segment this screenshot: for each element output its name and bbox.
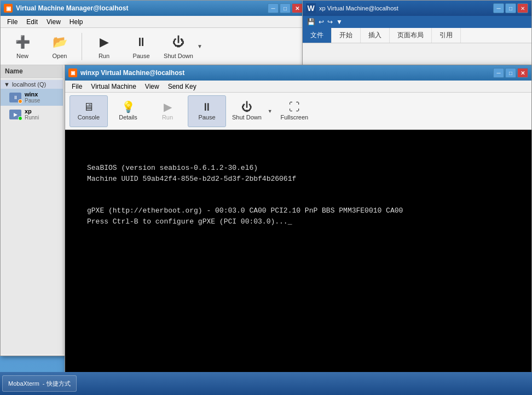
- vmm-run-icon: ▶: [95, 33, 113, 51]
- word-redo-quick-button[interactable]: ↪: [327, 18, 333, 26]
- console-shutdown-arrow-button[interactable]: ▼: [267, 95, 274, 127]
- console-maximize-button[interactable]: □: [505, 68, 516, 78]
- vmm-menu-help[interactable]: Help: [65, 17, 88, 27]
- vmm-menu-edit[interactable]: Edit: [22, 17, 42, 27]
- console-btn-fullscreen[interactable]: ⛶ Fullscreen: [275, 95, 314, 127]
- word-titlebar: W xp Virtual Machine@localhost ─ □ ✕: [303, 1, 531, 16]
- console-btn-run-label: Run: [162, 114, 173, 121]
- vmm-run-button[interactable]: ▶ Run: [86, 31, 122, 62]
- vmm-new-label: New: [16, 53, 28, 59]
- console-shutdown-button[interactable]: ⏻ Shut Down: [227, 95, 267, 127]
- word-tab-ref[interactable]: 引用: [432, 28, 461, 43]
- run-icon: ▶: [164, 101, 172, 112]
- word-close-button[interactable]: ✕: [517, 3, 528, 13]
- console-shutdown-group: ⏻ Shut Down ▼: [227, 95, 274, 127]
- taskbar-mobaterm-sublabel: - 快捷方式: [43, 380, 71, 388]
- vm-icon-winx: ⏸: [9, 93, 21, 102]
- word-logo-icon: W: [306, 3, 316, 13]
- vm-name-winx: winx: [25, 91, 40, 98]
- console-window-title: winxp Virtual Machine@localhost: [80, 69, 493, 77]
- console-btn-run: ▶ Run: [148, 95, 187, 127]
- vmm-vm-item-xp[interactable]: ▶ xp Runni: [1, 106, 63, 123]
- vmm-sidebar-header: Name: [1, 65, 63, 78]
- word-ribbon: 文件 开始 插入 页面布局 引用: [303, 28, 531, 43]
- vmm-shutdown-button[interactable]: ⏻ Shut Down: [161, 31, 196, 62]
- word-quick-access-bar: 💾 ↩ ↪ ▼: [303, 16, 531, 28]
- vmm-vm-item-winx[interactable]: ⏸ winx Pause: [1, 89, 63, 106]
- console-window-icon: ▣: [68, 68, 77, 77]
- vm-status-dot-winx: [18, 99, 22, 104]
- vmm-menubar: File Edit View Help: [1, 16, 306, 28]
- console-toolbar: 🖥 Console 💡 Details ▶ Run ⏸ Pause ⏻ Shut…: [65, 93, 531, 130]
- vmm-open-icon: 📂: [51, 33, 68, 51]
- console-btn-console[interactable]: 🖥 Console: [70, 95, 108, 127]
- console-menu-vm[interactable]: Virtual Machine: [86, 82, 141, 91]
- console-btn-console-label: Console: [78, 114, 100, 121]
- vm-status-winx: Pause: [25, 98, 40, 104]
- vmm-open-label: Open: [53, 53, 67, 59]
- vmm-titlebar: ▣ Virtual Machine Manager@localhost ─ □ …: [1, 1, 306, 16]
- vm-status-dot-xp: [18, 116, 22, 121]
- vmm-host-name: localhost (Q): [12, 81, 46, 88]
- vm-name-xp: xp: [25, 108, 39, 115]
- vmm-new-icon: ➕: [14, 33, 31, 51]
- console-minimize-button[interactable]: ─: [493, 68, 504, 78]
- console-menu-sendkey[interactable]: Send Key: [164, 82, 201, 91]
- console-btn-pause-label: Pause: [198, 114, 215, 121]
- console-window: ▣ winxp Virtual Machine@localhost ─ □ ✕ …: [65, 65, 532, 388]
- vm-info-winx: winx Pause: [25, 91, 40, 104]
- vmm-window-title: Virtual Machine Manager@localhost: [16, 4, 268, 12]
- word-tab-layout[interactable]: 页面布局: [390, 28, 432, 43]
- word-tab-file[interactable]: 文件: [303, 28, 332, 43]
- vmm-close-button[interactable]: ✕: [292, 3, 303, 13]
- word-minimize-button[interactable]: ─: [493, 3, 504, 13]
- vmm-titlebar-buttons: ─ □ ✕: [268, 3, 303, 13]
- word-maximize-button[interactable]: □: [505, 3, 516, 13]
- vmm-shutdown-group: ⏻ Shut Down ▼: [161, 31, 204, 62]
- taskbar-mobaterm-item[interactable]: MobaXterm - 快捷方式: [2, 375, 77, 392]
- vmm-open-button[interactable]: 📂 Open: [42, 31, 77, 62]
- console-output: SeaBIOS (version seabios-0.6.1.2-30.el6)…: [87, 163, 403, 227]
- word-tab-home[interactable]: 开始: [332, 28, 361, 43]
- vmm-pause-label: Pause: [132, 53, 149, 59]
- fullscreen-icon: ⛶: [289, 101, 300, 112]
- console-btn-fullscreen-label: Fullscreen: [280, 114, 308, 121]
- shutdown-power-icon: ⏻: [241, 101, 252, 112]
- vmm-pause-icon: ⏸: [132, 33, 150, 51]
- word-save-quick-button[interactable]: 💾: [307, 18, 315, 26]
- details-icon: 💡: [122, 101, 135, 112]
- vmm-host-expand-icon: ▼: [4, 81, 10, 88]
- console-titlebar: ▣ winxp Virtual Machine@localhost ─ □ ✕: [65, 65, 531, 81]
- vmm-menu-view[interactable]: View: [42, 17, 65, 27]
- vmm-new-button[interactable]: ➕ New: [5, 31, 40, 62]
- word-window: W xp Virtual Machine@localhost ─ □ ✕ 💾 ↩…: [302, 0, 532, 66]
- word-window-title: xp Virtual Machine@localhost: [319, 5, 493, 12]
- vmm-window-icon: ▣: [4, 4, 13, 13]
- vmm-toolbar: ➕ New 📂 Open ▶ Run ⏸ Pause ⏻ Shut Down ▼: [1, 28, 306, 65]
- word-tab-insert[interactable]: 插入: [361, 28, 390, 43]
- console-menu-file[interactable]: File: [67, 82, 86, 91]
- console-close-button[interactable]: ✕: [517, 68, 528, 78]
- vmm-shutdown-label: Shut Down: [164, 53, 193, 59]
- vmm-minimize-button[interactable]: ─: [268, 3, 279, 13]
- console-screen[interactable]: SeaBIOS (version seabios-0.6.1.2-30.el6)…: [65, 130, 531, 387]
- word-more-quick-button[interactable]: ▼: [336, 18, 343, 26]
- word-titlebar-buttons: ─ □ ✕: [493, 3, 528, 13]
- vmm-maximize-button[interactable]: □: [280, 3, 291, 13]
- vm-info-xp: xp Runni: [25, 108, 39, 121]
- vm-status-xp: Runni: [25, 115, 39, 121]
- console-icon: 🖥: [83, 101, 94, 112]
- console-btn-details-label: Details: [119, 114, 137, 121]
- taskbar-mobaterm-label: MobaXterm: [8, 380, 39, 387]
- console-shutdown-label: Shut Down: [232, 114, 262, 121]
- console-btn-pause[interactable]: ⏸ Pause: [188, 95, 226, 127]
- vmm-menu-file[interactable]: File: [3, 17, 22, 27]
- console-menu-view[interactable]: View: [141, 82, 164, 91]
- word-undo-quick-button[interactable]: ↩: [319, 18, 324, 26]
- vmm-host-group-header[interactable]: ▼ localhost (Q): [1, 80, 63, 89]
- vmm-shutdown-dropdown[interactable]: ▼: [196, 31, 204, 62]
- vmm-pause-button[interactable]: ⏸ Pause: [124, 31, 159, 62]
- console-titlebar-buttons: ─ □ ✕: [493, 68, 528, 78]
- console-btn-details[interactable]: 💡 Details: [109, 95, 147, 127]
- vmm-toolbar-separator: [82, 33, 82, 60]
